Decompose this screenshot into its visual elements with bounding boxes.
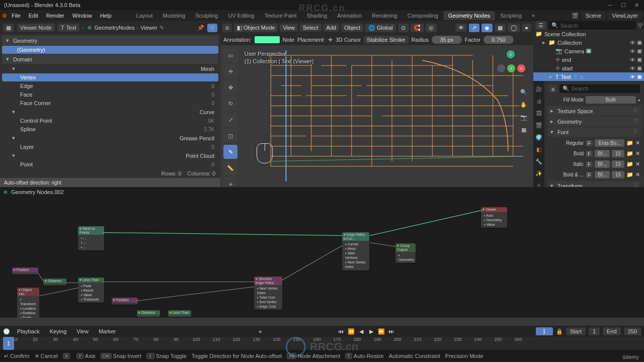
prop-section[interactable]: ▾Font⠿ [547,127,641,137]
tree-section[interactable]: ▾Geometry [2,36,218,45]
ws-tab-scripting[interactable]: Scripting [495,11,527,20]
disable-icon[interactable]: ▣ [637,73,642,80]
tool-add-icon[interactable]: +̲ [223,177,237,187]
tree-item[interactable]: Vertex0 [2,73,218,81]
lock-icon[interactable]: 🔒 [556,328,563,335]
viewlayer-selector[interactable]: ViewLayer [608,12,642,20]
folder-icon[interactable]: 📁 [626,140,633,146]
radius-value[interactable]: 35 px [432,36,462,44]
mode-selector[interactable]: ◧ Object Mode [234,24,278,32]
ws-add-icon[interactable]: + [527,11,540,20]
start-frame[interactable]: 1 [589,327,600,335]
outliner-root[interactable]: 📁Scene Collection [533,30,644,38]
tree-group[interactable]: ▾ Grease Pencil [2,134,218,142]
node-tree-name[interactable]: Geometry Nodes.002 [11,189,64,195]
ws-tab-texture-paint[interactable]: Texture Paint [259,11,301,20]
ws-tab-layout[interactable]: Layout [131,11,158,20]
tool-scale-icon[interactable]: ⤢ [223,113,237,127]
outliner-item[interactable]: ⊹start👁▣ [533,64,644,72]
tree-item[interactable]: Face Corner0 [2,99,218,107]
data-type[interactable]: T Text [58,24,79,32]
x-icon[interactable]: ✕ [635,150,640,157]
axis-neg-icon[interactable] [497,64,505,72]
ws-tab-uv-editing[interactable]: UV Editing [223,11,259,20]
xray-icon[interactable]: ▦ [495,24,506,32]
tool-move-icon[interactable]: ✥ [223,80,237,95]
node-viewer[interactable]: ▾ Viewer• Auto• Geometry• Value [481,207,507,228]
pencil-icon[interactable]: ✎ [159,25,164,31]
persp-toggle-icon[interactable]: ▦ [518,124,529,135]
autokey-icon[interactable]: ● [259,328,262,334]
gizmo-icon[interactable]: ↗ [469,24,479,32]
font-bold-icon[interactable]: F [586,172,593,178]
axis-x-icon[interactable]: X [517,64,525,72]
ws-tab-geometry-nodes[interactable]: Geometry Nodes [443,11,495,20]
eye-icon[interactable]: 👁 [630,57,635,63]
x-icon[interactable]: ✕ [635,140,640,146]
tree-item[interactable]: Face0 [2,90,218,99]
visibility-icon[interactable]: 👁 [455,24,467,32]
add-menu[interactable]: Add [324,24,340,32]
axis-y-icon[interactable]: Y [507,64,515,72]
menu-help[interactable]: Help [97,11,115,20]
menu-window[interactable]: Window [69,11,96,20]
eye-icon[interactable]: 👁 [630,40,635,46]
tree-group[interactable]: ▾ Point Cloud [2,151,218,160]
tool-transform-icon[interactable]: ◫ [223,129,237,143]
tl-playback[interactable]: Playback [14,327,43,335]
shading-wire-icon[interactable]: ◯ [508,24,520,32]
next-key-icon[interactable]: ⏩ [377,327,386,335]
filter-icon[interactable]: ▽ [207,24,217,32]
tool-cursor-icon[interactable]: ✛ [223,64,237,78]
x-icon[interactable]: ✕ [635,161,640,167]
outliner-item[interactable]: 📷Camera ◆👁▣ [533,47,644,55]
eye-icon[interactable]: 👁 [630,48,635,54]
outliner-item[interactable]: ▸📁Collection👁▣ [533,38,644,47]
tree-item[interactable]: Control Point5K [2,117,218,125]
node-shortest[interactable]: ▾ Shortest Edge Paths• Next Vertex Index… [254,277,282,310]
cursor-field[interactable]: 3D Cursor [336,37,361,43]
outliner-search[interactable]: 🔍Search [548,21,636,30]
node-distance2[interactable]: ▾ Distance [137,310,160,317]
prop-section[interactable]: ▸Texture Space⠿ [547,106,641,116]
viewer-mode[interactable]: Viewer Node [17,24,55,32]
disable-icon[interactable]: ▣ [637,39,642,46]
ptab-object-icon[interactable]: ◧ [533,144,544,155]
node-position2[interactable]: ▾ Position [112,298,138,305]
hand-icon[interactable]: ✋ [518,99,529,110]
menu-edit[interactable]: Edit [25,11,42,20]
zoom-icon[interactable]: 🔍 [518,86,529,98]
node-objinfo[interactable]: ▾ Object Info• Transform• Location• Rota… [17,288,39,318]
disable-icon[interactable]: ▣ [637,65,642,71]
tree-item[interactable]: (Geometry) [2,46,218,54]
props-search[interactable]: 🔍 Search [559,84,640,93]
props-type-icon[interactable]: a [548,85,557,93]
select-menu[interactable]: Select [300,24,321,32]
font-bold-icon[interactable]: F [586,140,593,146]
minimize-icon[interactable]: ─ [607,2,614,9]
ptab-scene-icon[interactable]: 🎬 [533,120,544,131]
tree-group[interactable]: ▾ Mesh [2,64,218,73]
camera-view-icon[interactable]: 📷 [518,112,529,123]
scene-selector[interactable]: Scene [582,12,605,20]
ws-tab-shading[interactable]: Shading [302,11,332,20]
outliner-item[interactable]: ▸TText ⚛ a👁▣ [533,72,644,81]
ws-tab-sculpting[interactable]: Sculpting [190,11,223,20]
tree-section[interactable]: ▾Domain [2,54,218,64]
folder-icon[interactable]: 📁 [626,150,633,157]
proportional-icon[interactable]: ◎ [426,24,437,32]
folder-icon[interactable]: 📁 [626,171,633,178]
node-editor-type-icon[interactable]: ⚛ [3,189,8,196]
tree-group[interactable]: ▾ Curve [2,108,218,116]
font-bold-icon[interactable]: F [586,151,593,157]
editor-type-icon[interactable]: ▦ [3,24,14,32]
cursor-icon[interactable]: ✛ [328,37,333,43]
falloff-value[interactable]: 0.750 [484,36,514,44]
snap-icon[interactable]: 🧲 [411,24,424,32]
ws-tab-compositing[interactable]: Compositing [403,11,443,20]
folder-icon[interactable]: 📁 [626,161,633,167]
tree-item[interactable]: Spline2.7K [2,125,218,133]
tool-annotate-icon[interactable]: ✎ [223,145,237,159]
close-icon[interactable]: ✕ [633,2,640,9]
pivot-icon[interactable]: ⊙ [398,24,409,32]
